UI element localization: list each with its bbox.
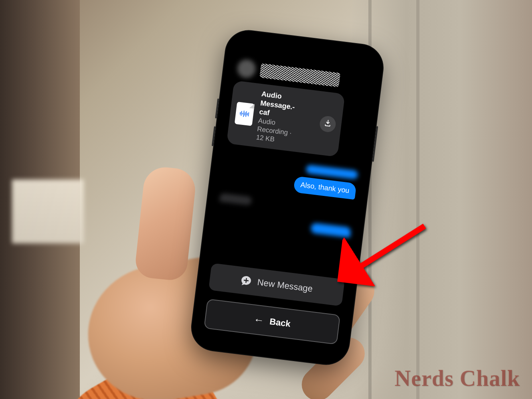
volume-up-button <box>215 99 219 119</box>
svg-rect-0 <box>240 112 241 115</box>
svg-rect-2 <box>242 113 243 114</box>
svg-line-9 <box>352 218 424 279</box>
new-message-icon <box>240 275 252 287</box>
watermark-text: Nerds Chalk <box>395 365 520 391</box>
download-button[interactable] <box>319 115 337 133</box>
message-bubble-redacted-blue-1[interactable] <box>306 165 358 180</box>
download-icon <box>323 119 332 129</box>
audio-attachment-bubble[interactable]: Audio Message.- caf Audio Recording · 12… <box>226 81 345 157</box>
contact-name-redacted <box>259 63 340 87</box>
new-message-label: New Message <box>257 277 313 294</box>
annotation-arrow <box>337 210 433 294</box>
audio-file-info: Audio Message.- caf Audio Recording · 12… <box>256 89 318 148</box>
svg-rect-7 <box>248 112 249 116</box>
svg-rect-5 <box>245 111 247 117</box>
back-button[interactable]: ← Back <box>204 298 340 344</box>
message-bubble-thank-you[interactable]: Also, thank you <box>293 176 357 200</box>
phone-screen: Audio Message.- caf Audio Recording · 12… <box>195 34 380 361</box>
volume-down-button <box>212 126 216 146</box>
svg-rect-4 <box>244 112 245 115</box>
svg-rect-3 <box>243 111 245 117</box>
messages-app-content: Audio Message.- caf Audio Recording · 12… <box>195 34 380 361</box>
back-label: Back <box>269 316 291 329</box>
back-arrow-icon: ← <box>253 313 265 327</box>
svg-rect-6 <box>247 113 248 115</box>
audio-file-icon <box>235 102 255 126</box>
contact-avatar <box>236 58 257 79</box>
svg-rect-1 <box>241 111 242 116</box>
